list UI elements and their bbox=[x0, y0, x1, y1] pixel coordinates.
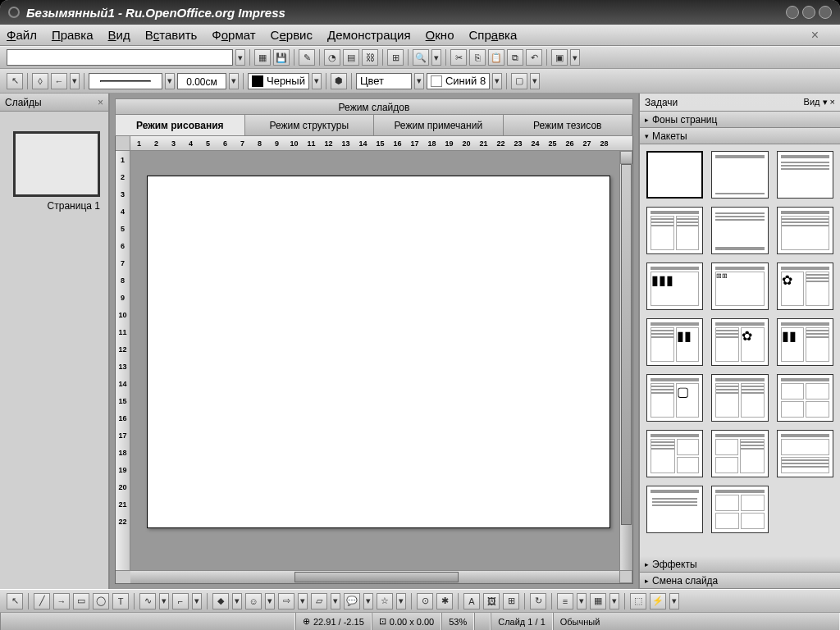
zoom-icon[interactable]: 🔍 bbox=[413, 49, 429, 66]
st-dd[interactable]: ▾ bbox=[396, 593, 406, 609]
layout-text-chart[interactable]: ▮▮ bbox=[646, 318, 703, 366]
tasks-view-menu[interactable]: Вид bbox=[804, 97, 820, 107]
fill-color-select[interactable]: Синий 8 bbox=[427, 73, 490, 89]
line-width-input[interactable]: 0.00см bbox=[177, 73, 226, 89]
layout-text-clipart[interactable]: ✿ bbox=[711, 318, 768, 366]
al-dd[interactable]: ▾ bbox=[577, 593, 587, 609]
ba-dd[interactable]: ▾ bbox=[298, 593, 308, 609]
menu-slideshow[interactable]: Демонстрация bbox=[327, 28, 411, 42]
slideshow-icon[interactable]: ▣ bbox=[551, 49, 568, 66]
linewidth-dd[interactable]: ▾ bbox=[229, 73, 239, 89]
layout-clipart-text[interactable]: ✿ bbox=[777, 262, 833, 310]
draw-end-dd[interactable]: ▾ bbox=[669, 593, 679, 609]
slides-panel-close-icon[interactable]: × bbox=[98, 97, 103, 108]
dropdown-icon[interactable]: ▾ bbox=[235, 49, 245, 66]
arrow-dd[interactable]: ▾ bbox=[70, 73, 80, 89]
align-icon[interactable]: ≡ bbox=[557, 593, 573, 609]
callouts-icon[interactable]: 💬 bbox=[344, 593, 360, 609]
undo-icon[interactable]: ↶ bbox=[526, 49, 542, 66]
zoom-dd-icon[interactable]: ▾ bbox=[431, 49, 441, 66]
fill-type-select[interactable]: Цвет bbox=[356, 73, 412, 89]
layout-title-bullets[interactable] bbox=[777, 207, 833, 254]
maximize-button[interactable] bbox=[802, 6, 815, 19]
layout-obj-over-text[interactable] bbox=[777, 430, 833, 477]
horizontal-scrollbar[interactable] bbox=[130, 570, 619, 583]
pointer-icon[interactable]: ↖ bbox=[7, 73, 23, 89]
glue-icon[interactable]: ✱ bbox=[436, 593, 453, 609]
save-icon[interactable]: 💾 bbox=[273, 49, 290, 66]
slides-list[interactable]: 1 Страница 1 bbox=[0, 112, 108, 589]
chart-icon[interactable]: ◔ bbox=[324, 49, 340, 66]
layout-chart[interactable]: ▮▮▮ bbox=[646, 262, 703, 310]
line-icon[interactable]: ╱ bbox=[34, 593, 50, 609]
section-effects[interactable]: ▸Эффекты bbox=[640, 556, 840, 573]
rect-icon[interactable]: ▭ bbox=[73, 593, 89, 609]
linecolor-dd[interactable]: ▾ bbox=[312, 73, 322, 89]
menu-format[interactable]: Формат bbox=[212, 28, 255, 42]
linestyle-dd[interactable]: ▾ bbox=[165, 73, 175, 89]
layout-blank[interactable] bbox=[646, 151, 703, 199]
layout-2obj-text[interactable] bbox=[711, 430, 768, 477]
tab-drawing[interactable]: Режим рисования bbox=[116, 115, 245, 135]
curve-icon[interactable]: ∿ bbox=[139, 593, 156, 609]
layout-two-content[interactable] bbox=[646, 207, 703, 254]
fillcolor-dd[interactable]: ▾ bbox=[492, 73, 502, 89]
layout-title-content[interactable] bbox=[777, 151, 833, 199]
layout-title-content2[interactable] bbox=[646, 486, 703, 533]
ellipse-icon[interactable]: ◯ bbox=[93, 593, 109, 609]
arrange-icon[interactable]: ▦ bbox=[590, 593, 606, 609]
menu-help[interactable]: Справка bbox=[468, 28, 517, 42]
basic-shapes-icon[interactable]: ◆ bbox=[212, 593, 229, 609]
table-icon[interactable]: ▤ bbox=[343, 49, 359, 66]
from-file-icon[interactable]: 🖼 bbox=[483, 593, 500, 609]
ss-dd[interactable]: ▾ bbox=[265, 593, 275, 609]
gallery-icon[interactable]: ⊞ bbox=[503, 593, 519, 609]
symbol-shapes-icon[interactable]: ☺ bbox=[245, 593, 262, 609]
menu-edit[interactable]: Правка bbox=[52, 28, 94, 42]
layout-object-text[interactable]: ▢ bbox=[646, 374, 703, 422]
layout-text-object[interactable]: ▮▮ bbox=[777, 318, 833, 366]
slide-thumbnail[interactable] bbox=[13, 131, 100, 197]
arrow-icon[interactable]: → bbox=[53, 593, 70, 609]
url-dropdown[interactable] bbox=[7, 49, 233, 66]
new-doc-icon[interactable]: ▦ bbox=[254, 49, 271, 66]
grid-icon[interactable]: ⊞ bbox=[387, 49, 404, 66]
layout-text-2obj[interactable] bbox=[646, 430, 703, 477]
layout-table[interactable]: ⊞⊞ bbox=[711, 262, 768, 310]
titlebar[interactable]: Безымянный1 - Ru.OpenOffice.org Impress bbox=[0, 0, 840, 25]
copy-icon[interactable]: ⎘ bbox=[469, 49, 486, 66]
text-icon[interactable]: T bbox=[112, 593, 129, 609]
points-icon[interactable]: ⊙ bbox=[417, 593, 433, 609]
layout-four-obj[interactable] bbox=[777, 374, 833, 422]
close-button[interactable] bbox=[819, 6, 832, 19]
conn-dd[interactable]: ▾ bbox=[192, 593, 202, 609]
interaction-icon[interactable]: ⚡ bbox=[650, 593, 666, 609]
vertical-ruler[interactable]: 12345678910111213141516171819202122 bbox=[116, 151, 130, 570]
menu-file[interactable]: Файл bbox=[7, 28, 37, 42]
layout-content-title[interactable] bbox=[711, 207, 768, 254]
ar-dd[interactable]: ▾ bbox=[609, 593, 619, 609]
minimize-button[interactable] bbox=[786, 6, 799, 19]
section-transition[interactable]: ▸Смена слайда bbox=[640, 573, 840, 589]
toolbar2-end-dd[interactable]: ▾ bbox=[530, 73, 540, 89]
toolbar-end-dd[interactable]: ▾ bbox=[570, 49, 580, 66]
filltype-dd[interactable]: ▾ bbox=[414, 73, 424, 89]
canvas[interactable] bbox=[130, 151, 619, 570]
menu-view[interactable]: Вид bbox=[108, 28, 130, 42]
menu-insert[interactable]: Вставить bbox=[145, 28, 198, 42]
hyperlink-icon[interactable]: ⛓ bbox=[362, 49, 378, 66]
doc-close-icon[interactable]: × bbox=[811, 28, 819, 43]
layout-two-text[interactable] bbox=[711, 374, 768, 422]
shadow-icon[interactable]: ▢ bbox=[511, 73, 527, 89]
curve-dd[interactable]: ▾ bbox=[159, 593, 169, 609]
menu-window[interactable]: Окно bbox=[426, 28, 454, 42]
flowchart-icon[interactable]: ▱ bbox=[311, 593, 327, 609]
paste-icon[interactable]: 📋 bbox=[488, 49, 504, 66]
layout-4box[interactable] bbox=[711, 486, 768, 533]
connector-icon[interactable]: ⌐ bbox=[172, 593, 189, 609]
cut-icon[interactable]: ✂ bbox=[450, 49, 467, 66]
extrusion-icon[interactable]: ⬚ bbox=[630, 593, 646, 609]
line-style-select[interactable] bbox=[89, 73, 162, 89]
select-icon[interactable]: ↖ bbox=[7, 593, 23, 609]
fc-dd[interactable]: ▾ bbox=[331, 593, 340, 609]
